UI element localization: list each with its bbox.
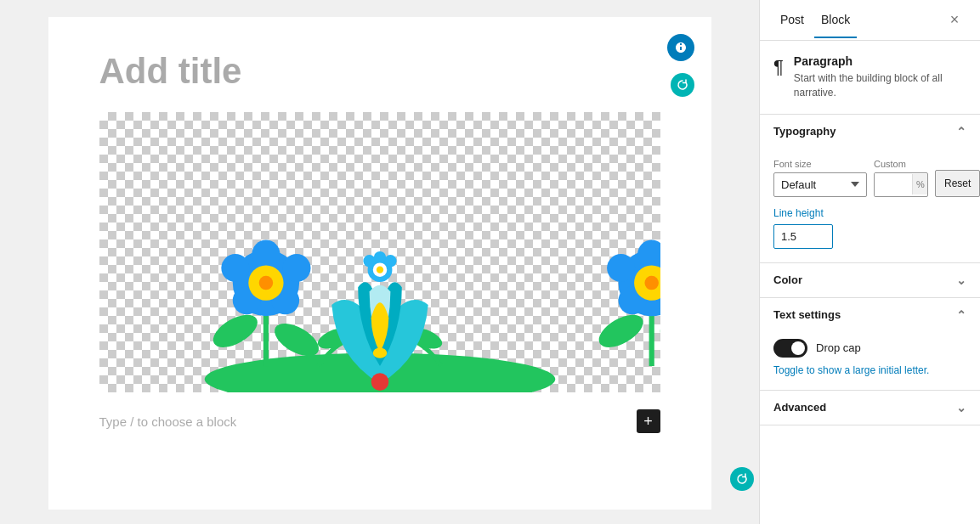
line-height-input[interactable] xyxy=(773,224,833,249)
font-size-label: Font size xyxy=(773,159,867,169)
svg-point-14 xyxy=(654,317,660,363)
block-title: Paragraph xyxy=(794,54,966,68)
advanced-label: Advanced xyxy=(773,401,826,414)
font-size-select[interactable]: Default Small Medium Large Extra Large xyxy=(773,172,867,197)
svg-point-13 xyxy=(593,308,648,354)
svg-point-9 xyxy=(252,240,280,268)
color-section: Color ⌄ xyxy=(760,263,980,298)
typography-section: Typography ⌃ Font size Default Small Med… xyxy=(760,115,980,263)
reset-button[interactable]: Reset xyxy=(935,170,980,197)
image-block xyxy=(99,112,660,392)
folk-art-image xyxy=(99,112,660,392)
toggle-slider xyxy=(773,339,807,358)
svg-point-16 xyxy=(607,254,635,282)
type-placeholder[interactable]: Type / to choose a block xyxy=(99,414,237,429)
typography-header[interactable]: Typography ⌃ xyxy=(760,115,980,149)
svg-point-34 xyxy=(371,373,388,391)
text-settings-header[interactable]: Text settings ⌃ xyxy=(760,298,980,332)
svg-point-5 xyxy=(221,254,249,282)
image-checkerboard xyxy=(99,112,660,392)
tab-block[interactable]: Block xyxy=(814,3,857,38)
post-title[interactable]: Add title xyxy=(99,51,660,92)
line-height-group: Line height xyxy=(773,207,966,249)
custom-group: Custom % xyxy=(874,159,928,197)
block-info-text: Paragraph Start with the building block … xyxy=(794,54,966,100)
reload-icon-bottom[interactable] xyxy=(730,467,754,491)
color-header[interactable]: Color ⌄ xyxy=(760,263,980,297)
paragraph-icon: ¶ xyxy=(773,56,784,78)
svg-point-33 xyxy=(376,267,382,273)
svg-point-2 xyxy=(207,308,262,354)
toolbar-blue-icon[interactable] xyxy=(667,34,694,61)
svg-point-6 xyxy=(282,254,310,282)
block-description: Start with the building block of all nar… xyxy=(794,71,966,100)
typography-body: Font size Default Small Medium Large Ext… xyxy=(760,149,980,262)
advanced-header[interactable]: Advanced ⌄ xyxy=(760,391,980,425)
drop-cap-row: Drop cap xyxy=(773,339,966,358)
custom-label: Custom xyxy=(874,159,928,169)
text-settings-body: Drop cap Toggle to show a large initial … xyxy=(760,332,980,390)
text-settings-section: Text settings ⌃ Drop cap Toggle to show … xyxy=(760,298,980,391)
svg-point-29 xyxy=(363,255,375,267)
drop-cap-description: Toggle to show a large initial letter. xyxy=(773,364,966,376)
type-block-area: Type / to choose a block + xyxy=(99,409,660,433)
svg-point-22 xyxy=(644,276,659,290)
text-settings-chevron-up: ⌃ xyxy=(956,308,966,322)
drop-cap-toggle[interactable] xyxy=(773,339,807,358)
sidebar-header: Post Block × xyxy=(760,0,980,41)
font-size-row: Font size Default Small Medium Large Ext… xyxy=(773,159,966,197)
advanced-chevron-down: ⌄ xyxy=(956,401,966,414)
svg-point-31 xyxy=(373,251,385,263)
custom-unit: % xyxy=(912,174,928,194)
line-height-label: Line height xyxy=(773,207,966,219)
editor-content: Add title xyxy=(48,17,711,510)
font-size-group: Font size Default Small Medium Large Ext… xyxy=(773,159,867,197)
block-info: ¶ Paragraph Start with the building bloc… xyxy=(760,41,980,115)
add-block-button[interactable]: + xyxy=(637,409,660,433)
typography-label: Typography xyxy=(773,125,836,138)
sidebar-tabs: Post Block xyxy=(773,3,857,38)
close-button[interactable]: × xyxy=(943,8,966,32)
editor-area: Add title xyxy=(0,0,759,524)
color-label: Color xyxy=(773,273,802,286)
text-settings-label: Text settings xyxy=(773,308,841,321)
svg-point-30 xyxy=(384,255,396,267)
advanced-section: Advanced ⌄ xyxy=(760,391,980,425)
svg-point-27 xyxy=(372,347,387,358)
color-chevron-down: ⌄ xyxy=(956,273,966,287)
svg-point-11 xyxy=(258,276,273,290)
reload-icon-top[interactable] xyxy=(671,73,694,97)
custom-input-wrap: % xyxy=(874,172,928,197)
custom-input[interactable] xyxy=(875,173,912,196)
tab-post[interactable]: Post xyxy=(773,3,811,38)
sidebar: Post Block × ¶ Paragraph Start with the … xyxy=(759,0,980,524)
typography-chevron-up: ⌃ xyxy=(956,125,966,138)
drop-cap-label: Drop cap xyxy=(816,341,861,354)
